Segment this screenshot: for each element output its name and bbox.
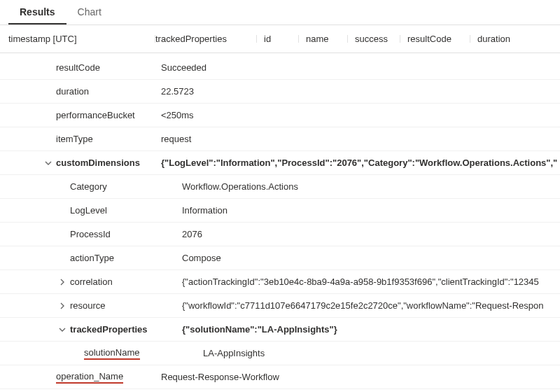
- value-actionType: Compose: [161, 253, 560, 263]
- col-resultCode[interactable]: resultCode: [400, 34, 470, 44]
- row-resultCode[interactable]: resultCode Succeeded: [0, 56, 560, 80]
- row-solutionName[interactable]: solutionName LA-AppInsights: [0, 342, 560, 365]
- value-duration: 22.5723: [161, 86, 560, 97]
- value-solutionName: LA-AppInsights: [161, 348, 560, 358]
- label-solutionName: solutionName: [84, 347, 140, 360]
- row-processId[interactable]: ProcessId 2076: [0, 223, 560, 246]
- label-resource: resource: [70, 300, 106, 311]
- value-performanceBucket: <250ms: [161, 110, 560, 120]
- value-resource: {"workflowId":"c7711d107e6647179c2e15fe2…: [161, 300, 560, 311]
- value-logLevel: Information: [161, 205, 560, 216]
- col-id[interactable]: id: [257, 34, 299, 44]
- label-operationName-wrap: operation_Name: [0, 371, 161, 384]
- value-processId: 2076: [161, 229, 560, 239]
- chevron-right-icon[interactable]: [56, 300, 69, 312]
- label-duration: duration: [0, 86, 161, 97]
- value-category: Workflow.Operations.Actions: [161, 181, 560, 192]
- col-trackedProperties[interactable]: trackedProperties: [155, 34, 257, 44]
- label-category: Category: [0, 181, 161, 192]
- chevron-down-icon[interactable]: [42, 157, 55, 169]
- label-operationName: operation_Name: [56, 371, 123, 384]
- col-duration[interactable]: duration: [470, 34, 533, 44]
- column-headers: timestamp [UTC] trackedProperties id nam…: [0, 25, 560, 53]
- label-customDimensions: customDimensions: [56, 158, 140, 168]
- row-itemType[interactable]: itemType request: [0, 127, 560, 151]
- chevron-right-icon[interactable]: [56, 276, 69, 288]
- label-resultCode: resultCode: [0, 62, 161, 73]
- label-trackedProperties-wrap: trackedProperties: [0, 323, 161, 336]
- row-customDimensions[interactable]: customDimensions {"LogLevel":"Informatio…: [0, 151, 560, 175]
- label-processId: ProcessId: [0, 229, 161, 239]
- row-logLevel[interactable]: LogLevel Information: [0, 199, 560, 223]
- label-logLevel: LogLevel: [0, 205, 161, 216]
- label-correlation-wrap: correlation: [0, 276, 161, 288]
- col-timestamp[interactable]: timestamp [UTC]: [8, 34, 155, 44]
- row-operationId[interactable]: operation_Id 085852832355740175036944904…: [0, 389, 560, 392]
- value-trackedProperties: {"solutionName":"LA-AppInsights"}: [161, 324, 560, 335]
- label-trackedProperties: trackedProperties: [70, 324, 148, 335]
- label-customDimensions-wrap: customDimensions: [0, 157, 161, 169]
- label-itemType: itemType: [0, 134, 161, 144]
- tab-results[interactable]: Results: [8, 1, 66, 24]
- label-performanceBucket: performanceBucket: [0, 110, 161, 120]
- label-actionType: actionType: [0, 253, 161, 263]
- row-actionType[interactable]: actionType Compose: [0, 246, 560, 270]
- col-name[interactable]: name: [299, 34, 348, 44]
- value-itemType: request: [161, 134, 560, 144]
- row-trackedProperties[interactable]: trackedProperties {"solutionName":"LA-Ap…: [0, 318, 560, 342]
- row-category[interactable]: Category Workflow.Operations.Actions: [0, 175, 560, 199]
- col-success[interactable]: success: [348, 34, 400, 44]
- value-operationName: Request-Response-Workflow: [161, 372, 560, 382]
- row-operationName[interactable]: operation_Name Request-Response-Workflow: [0, 365, 560, 389]
- row-duration[interactable]: duration 22.5723: [0, 80, 560, 104]
- row-correlation[interactable]: correlation {"actionTrackingId":"3eb10e4…: [0, 270, 560, 294]
- value-customDimensions: {"LogLevel":"Information","ProcessId":"2…: [161, 158, 560, 168]
- label-correlation: correlation: [70, 276, 113, 287]
- tabs-bar: Results Chart: [0, 0, 560, 25]
- label-solutionName-wrap: solutionName: [0, 347, 161, 360]
- value-correlation: {"actionTrackingId":"3eb10e4c-8ba9-4a9a-…: [161, 276, 560, 287]
- value-resultCode: Succeeded: [161, 62, 560, 73]
- tab-chart[interactable]: Chart: [66, 1, 113, 24]
- label-resource-wrap: resource: [0, 300, 161, 312]
- row-performanceBucket[interactable]: performanceBucket <250ms: [0, 104, 560, 127]
- results-grid: resultCode Succeeded duration 22.5723 pe…: [0, 53, 560, 392]
- chevron-down-icon[interactable]: [56, 323, 69, 336]
- row-resource[interactable]: resource {"workflowId":"c7711d107e664717…: [0, 294, 560, 318]
